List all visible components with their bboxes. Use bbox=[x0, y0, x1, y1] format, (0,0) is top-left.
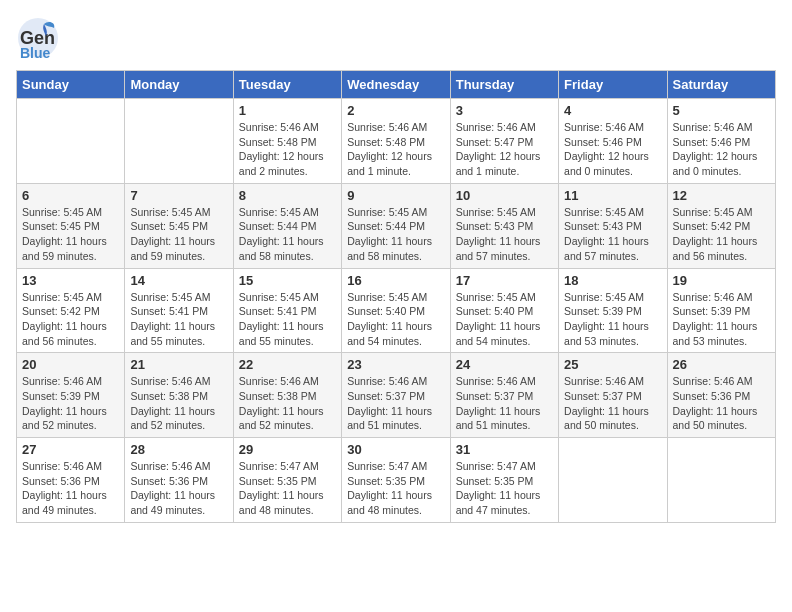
calendar-cell: 8Sunrise: 5:45 AMSunset: 5:44 PMDaylight… bbox=[233, 183, 341, 268]
header-tuesday: Tuesday bbox=[233, 71, 341, 99]
calendar-cell: 6Sunrise: 5:45 AMSunset: 5:45 PMDaylight… bbox=[17, 183, 125, 268]
logo: Gen Blue bbox=[16, 16, 62, 60]
svg-text:Blue: Blue bbox=[20, 45, 51, 60]
calendar-body: 1Sunrise: 5:46 AMSunset: 5:48 PMDaylight… bbox=[17, 99, 776, 523]
calendar-cell bbox=[559, 438, 667, 523]
day-number: 1 bbox=[239, 103, 336, 118]
day-info: Sunrise: 5:47 AMSunset: 5:35 PMDaylight:… bbox=[347, 459, 444, 518]
day-info: Sunrise: 5:45 AMSunset: 5:42 PMDaylight:… bbox=[22, 290, 119, 349]
day-number: 17 bbox=[456, 273, 553, 288]
calendar-cell: 25Sunrise: 5:46 AMSunset: 5:37 PMDayligh… bbox=[559, 353, 667, 438]
day-info: Sunrise: 5:45 AMSunset: 5:44 PMDaylight:… bbox=[239, 205, 336, 264]
day-info: Sunrise: 5:45 AMSunset: 5:40 PMDaylight:… bbox=[456, 290, 553, 349]
calendar-cell: 23Sunrise: 5:46 AMSunset: 5:37 PMDayligh… bbox=[342, 353, 450, 438]
calendar-cell: 22Sunrise: 5:46 AMSunset: 5:38 PMDayligh… bbox=[233, 353, 341, 438]
day-number: 15 bbox=[239, 273, 336, 288]
day-info: Sunrise: 5:47 AMSunset: 5:35 PMDaylight:… bbox=[456, 459, 553, 518]
header-sunday: Sunday bbox=[17, 71, 125, 99]
day-number: 22 bbox=[239, 357, 336, 372]
day-number: 6 bbox=[22, 188, 119, 203]
calendar-cell: 21Sunrise: 5:46 AMSunset: 5:38 PMDayligh… bbox=[125, 353, 233, 438]
day-number: 16 bbox=[347, 273, 444, 288]
calendar-cell: 3Sunrise: 5:46 AMSunset: 5:47 PMDaylight… bbox=[450, 99, 558, 184]
calendar-cell: 13Sunrise: 5:45 AMSunset: 5:42 PMDayligh… bbox=[17, 268, 125, 353]
day-number: 13 bbox=[22, 273, 119, 288]
day-info: Sunrise: 5:46 AMSunset: 5:47 PMDaylight:… bbox=[456, 120, 553, 179]
calendar-cell: 12Sunrise: 5:45 AMSunset: 5:42 PMDayligh… bbox=[667, 183, 775, 268]
day-number: 2 bbox=[347, 103, 444, 118]
day-info: Sunrise: 5:46 AMSunset: 5:39 PMDaylight:… bbox=[22, 374, 119, 433]
calendar-cell bbox=[17, 99, 125, 184]
calendar-cell: 1Sunrise: 5:46 AMSunset: 5:48 PMDaylight… bbox=[233, 99, 341, 184]
day-number: 25 bbox=[564, 357, 661, 372]
day-number: 20 bbox=[22, 357, 119, 372]
page-header: Gen Blue bbox=[16, 16, 776, 60]
day-number: 3 bbox=[456, 103, 553, 118]
logo-icon: Gen Blue bbox=[16, 16, 60, 60]
day-info: Sunrise: 5:46 AMSunset: 5:36 PMDaylight:… bbox=[673, 374, 770, 433]
calendar-cell: 29Sunrise: 5:47 AMSunset: 5:35 PMDayligh… bbox=[233, 438, 341, 523]
day-info: Sunrise: 5:45 AMSunset: 5:45 PMDaylight:… bbox=[130, 205, 227, 264]
calendar-cell: 27Sunrise: 5:46 AMSunset: 5:36 PMDayligh… bbox=[17, 438, 125, 523]
calendar-cell: 15Sunrise: 5:45 AMSunset: 5:41 PMDayligh… bbox=[233, 268, 341, 353]
header-wednesday: Wednesday bbox=[342, 71, 450, 99]
day-info: Sunrise: 5:46 AMSunset: 5:37 PMDaylight:… bbox=[564, 374, 661, 433]
day-info: Sunrise: 5:46 AMSunset: 5:46 PMDaylight:… bbox=[673, 120, 770, 179]
day-info: Sunrise: 5:45 AMSunset: 5:39 PMDaylight:… bbox=[564, 290, 661, 349]
day-info: Sunrise: 5:45 AMSunset: 5:44 PMDaylight:… bbox=[347, 205, 444, 264]
calendar-cell: 20Sunrise: 5:46 AMSunset: 5:39 PMDayligh… bbox=[17, 353, 125, 438]
calendar-cell: 10Sunrise: 5:45 AMSunset: 5:43 PMDayligh… bbox=[450, 183, 558, 268]
day-info: Sunrise: 5:45 AMSunset: 5:43 PMDaylight:… bbox=[564, 205, 661, 264]
calendar-cell: 14Sunrise: 5:45 AMSunset: 5:41 PMDayligh… bbox=[125, 268, 233, 353]
calendar-cell: 31Sunrise: 5:47 AMSunset: 5:35 PMDayligh… bbox=[450, 438, 558, 523]
header-friday: Friday bbox=[559, 71, 667, 99]
week-row-4: 20Sunrise: 5:46 AMSunset: 5:39 PMDayligh… bbox=[17, 353, 776, 438]
calendar-cell: 2Sunrise: 5:46 AMSunset: 5:48 PMDaylight… bbox=[342, 99, 450, 184]
calendar-cell bbox=[125, 99, 233, 184]
calendar-table: SundayMondayTuesdayWednesdayThursdayFrid… bbox=[16, 70, 776, 523]
day-number: 12 bbox=[673, 188, 770, 203]
calendar-cell: 24Sunrise: 5:46 AMSunset: 5:37 PMDayligh… bbox=[450, 353, 558, 438]
day-number: 26 bbox=[673, 357, 770, 372]
day-number: 5 bbox=[673, 103, 770, 118]
calendar-cell: 30Sunrise: 5:47 AMSunset: 5:35 PMDayligh… bbox=[342, 438, 450, 523]
day-info: Sunrise: 5:46 AMSunset: 5:48 PMDaylight:… bbox=[239, 120, 336, 179]
calendar-cell: 5Sunrise: 5:46 AMSunset: 5:46 PMDaylight… bbox=[667, 99, 775, 184]
calendar-cell bbox=[667, 438, 775, 523]
day-number: 30 bbox=[347, 442, 444, 457]
day-number: 21 bbox=[130, 357, 227, 372]
calendar-cell: 17Sunrise: 5:45 AMSunset: 5:40 PMDayligh… bbox=[450, 268, 558, 353]
day-info: Sunrise: 5:46 AMSunset: 5:37 PMDaylight:… bbox=[347, 374, 444, 433]
calendar-header-row: SundayMondayTuesdayWednesdayThursdayFrid… bbox=[17, 71, 776, 99]
calendar-cell: 18Sunrise: 5:45 AMSunset: 5:39 PMDayligh… bbox=[559, 268, 667, 353]
day-info: Sunrise: 5:46 AMSunset: 5:46 PMDaylight:… bbox=[564, 120, 661, 179]
day-number: 24 bbox=[456, 357, 553, 372]
calendar-cell: 16Sunrise: 5:45 AMSunset: 5:40 PMDayligh… bbox=[342, 268, 450, 353]
day-number: 18 bbox=[564, 273, 661, 288]
day-info: Sunrise: 5:46 AMSunset: 5:38 PMDaylight:… bbox=[130, 374, 227, 433]
calendar-cell: 19Sunrise: 5:46 AMSunset: 5:39 PMDayligh… bbox=[667, 268, 775, 353]
day-info: Sunrise: 5:46 AMSunset: 5:37 PMDaylight:… bbox=[456, 374, 553, 433]
day-number: 28 bbox=[130, 442, 227, 457]
header-saturday: Saturday bbox=[667, 71, 775, 99]
calendar-cell: 26Sunrise: 5:46 AMSunset: 5:36 PMDayligh… bbox=[667, 353, 775, 438]
week-row-5: 27Sunrise: 5:46 AMSunset: 5:36 PMDayligh… bbox=[17, 438, 776, 523]
day-info: Sunrise: 5:46 AMSunset: 5:36 PMDaylight:… bbox=[130, 459, 227, 518]
day-number: 14 bbox=[130, 273, 227, 288]
day-info: Sunrise: 5:45 AMSunset: 5:41 PMDaylight:… bbox=[130, 290, 227, 349]
day-info: Sunrise: 5:46 AMSunset: 5:39 PMDaylight:… bbox=[673, 290, 770, 349]
day-number: 7 bbox=[130, 188, 227, 203]
day-number: 31 bbox=[456, 442, 553, 457]
header-monday: Monday bbox=[125, 71, 233, 99]
calendar-cell: 28Sunrise: 5:46 AMSunset: 5:36 PMDayligh… bbox=[125, 438, 233, 523]
day-number: 29 bbox=[239, 442, 336, 457]
calendar-cell: 11Sunrise: 5:45 AMSunset: 5:43 PMDayligh… bbox=[559, 183, 667, 268]
day-info: Sunrise: 5:45 AMSunset: 5:42 PMDaylight:… bbox=[673, 205, 770, 264]
calendar-cell: 4Sunrise: 5:46 AMSunset: 5:46 PMDaylight… bbox=[559, 99, 667, 184]
calendar-cell: 9Sunrise: 5:45 AMSunset: 5:44 PMDaylight… bbox=[342, 183, 450, 268]
day-info: Sunrise: 5:45 AMSunset: 5:43 PMDaylight:… bbox=[456, 205, 553, 264]
day-info: Sunrise: 5:45 AMSunset: 5:41 PMDaylight:… bbox=[239, 290, 336, 349]
day-info: Sunrise: 5:46 AMSunset: 5:38 PMDaylight:… bbox=[239, 374, 336, 433]
day-info: Sunrise: 5:46 AMSunset: 5:36 PMDaylight:… bbox=[22, 459, 119, 518]
day-info: Sunrise: 5:47 AMSunset: 5:35 PMDaylight:… bbox=[239, 459, 336, 518]
